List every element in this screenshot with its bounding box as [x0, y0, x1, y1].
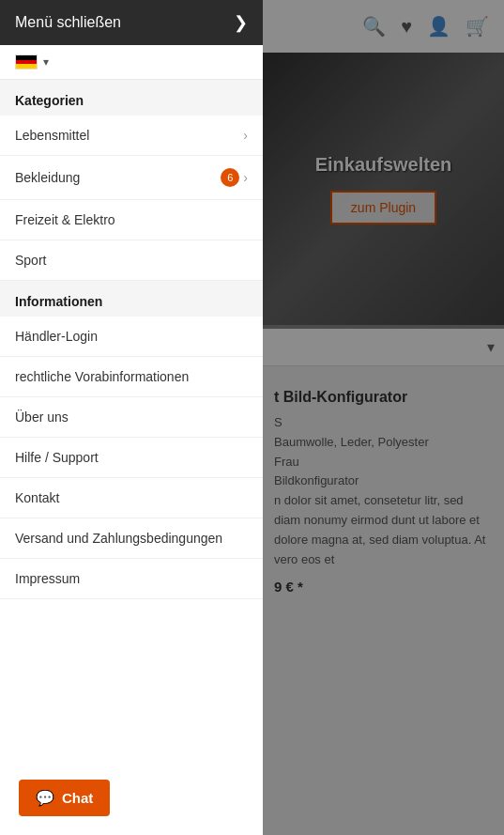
- language-selector[interactable]: ▾: [0, 45, 263, 80]
- menu-item-label-impressum: Impressum: [15, 571, 80, 586]
- menu-item-label-rechtliche: rechtliche Vorabinformationen: [15, 369, 189, 384]
- menu-item-hilfe[interactable]: Hilfe / Support: [0, 438, 263, 478]
- menu-item-right-lebensmittel: ›: [243, 128, 248, 143]
- menu-item-impressum[interactable]: Impressum: [0, 559, 263, 599]
- chat-icon: 💬: [36, 789, 54, 807]
- menu-item-versand[interactable]: Versand und Zahlungsbedingungen: [0, 518, 263, 559]
- menu-item-kontakt[interactable]: Kontakt: [0, 478, 263, 518]
- categories-section-header: Kategorien: [0, 80, 263, 116]
- menu-item-label-bekleidung: Bekleidung: [15, 170, 80, 185]
- language-arrow-icon: ▾: [43, 55, 49, 69]
- menu-item-label-lebensmittel: Lebensmittel: [15, 128, 89, 143]
- menu-item-label-hilfe: Hilfe / Support: [15, 450, 99, 465]
- chevron-right-icon-bekleidung: ›: [243, 170, 248, 185]
- menu-item-right-bekleidung: 6 ›: [215, 168, 248, 187]
- informationen-section-header: Informationen: [0, 281, 263, 317]
- menu-item-bekleidung[interactable]: Bekleidung 6 ›: [0, 156, 263, 200]
- chat-button[interactable]: 💬 Chat: [19, 780, 110, 816]
- menu-close-icon[interactable]: ❯: [234, 12, 248, 33]
- menu-item-lebensmittel[interactable]: Lebensmittel ›: [0, 116, 263, 156]
- menu-overlay[interactable]: [263, 0, 504, 835]
- flag-icon: [15, 54, 38, 70]
- menu-item-ueber[interactable]: Über uns: [0, 397, 263, 438]
- menu-item-haendler[interactable]: Händler-Login: [0, 317, 263, 357]
- menu-item-rechtliche[interactable]: rechtliche Vorabinformationen: [0, 357, 263, 397]
- menu-item-label-versand: Versand und Zahlungsbedingungen: [15, 531, 222, 546]
- menu-item-label-kontakt: Kontakt: [15, 490, 59, 505]
- menu-item-label-haendler: Händler-Login: [15, 329, 98, 344]
- badge-bekleidung: 6: [221, 168, 239, 187]
- side-menu: Menü schließen ❯ ▾ Kategorien Lebensmitt…: [0, 0, 263, 835]
- menu-header[interactable]: Menü schließen ❯: [0, 0, 263, 45]
- menu-item-label-freizeit: Freizeit & Elektro: [15, 212, 115, 227]
- menu-item-label-sport: Sport: [15, 253, 46, 268]
- menu-item-label-ueber: Über uns: [15, 410, 69, 425]
- chat-label: Chat: [62, 790, 93, 806]
- menu-item-sport[interactable]: Sport: [0, 240, 263, 281]
- menu-item-freizeit[interactable]: Freizeit & Elektro: [0, 200, 263, 240]
- chevron-right-icon-lebensmittel: ›: [243, 128, 248, 143]
- menu-header-title: Menü schließen: [15, 14, 121, 31]
